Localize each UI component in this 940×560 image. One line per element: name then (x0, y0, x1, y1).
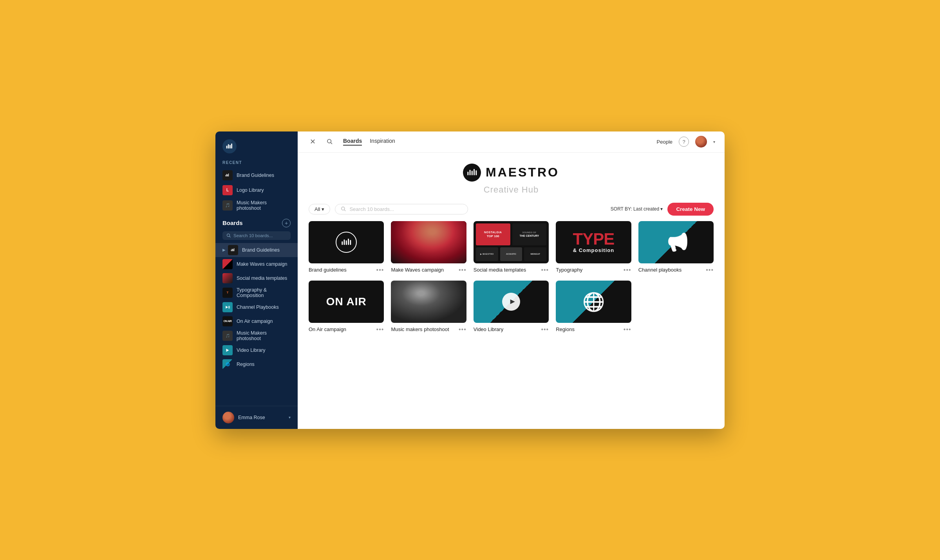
svg-rect-22 (472, 171, 473, 175)
sidebar-item-regions[interactable]: 🌐 Regions (215, 357, 298, 371)
board-card-brand[interactable]: Brand guidelines ••• (309, 221, 384, 274)
board-card-channel[interactable]: 📢 Channel playbooks ••• (638, 221, 714, 274)
sidebar-logo (215, 139, 298, 160)
sidebar-item-typography[interactable]: T Typography & Composition (215, 285, 298, 300)
help-button[interactable]: ? (679, 137, 689, 147)
recent-label: RECENT (215, 160, 298, 168)
filter-search-input[interactable]: Search 10 boards... (335, 204, 468, 214)
board-thumb-music (391, 281, 466, 323)
board-thumb-regions: 🌐 (556, 281, 631, 323)
board-card-social[interactable]: NOSTALGIA TOP 100 SOUNDS OF THE CENTURY … (474, 221, 549, 274)
board-name-type: Typography (556, 267, 582, 273)
board-menu-social[interactable]: ••• (541, 266, 549, 274)
recent-thumb-brand (222, 170, 233, 180)
sidebar-item-brand-guidelines[interactable]: ▶ Brand Guidelines (215, 243, 298, 257)
sidebar-search[interactable]: Search 10 boards... (222, 231, 291, 240)
board-card-music[interactable]: Music makers photoshoot ••• (391, 281, 466, 333)
svg-rect-15 (228, 306, 229, 308)
board-menu-music[interactable]: ••• (459, 326, 466, 333)
create-new-button[interactable]: Create New (667, 203, 714, 216)
sort-value: Last created (633, 206, 659, 212)
recent-item-brand[interactable]: Brand Guidelines (215, 168, 298, 183)
sort-chevron[interactable]: ▾ (660, 206, 663, 212)
sort-label: SORT BY: Last created ▾ (611, 206, 663, 212)
board-menu-channel[interactable]: ••• (706, 266, 714, 274)
nav-thumb-social (222, 273, 233, 283)
svg-rect-4 (226, 175, 226, 176)
board-footer-onair: On Air campaign ••• (309, 326, 384, 333)
close-button[interactable]: ✕ (307, 136, 318, 147)
svg-rect-12 (233, 249, 233, 251)
sidebar-item-social-label: Social media templates (237, 275, 287, 281)
nav-thumb-onair: ON AIR (222, 316, 233, 326)
hub-logo-text: MAESTRO (486, 165, 559, 180)
board-menu-type[interactable]: ••• (624, 266, 631, 274)
svg-rect-10 (231, 249, 231, 251)
sidebar-item-social-media[interactable]: Social media templates (215, 271, 298, 285)
board-menu-onair[interactable]: ••• (376, 326, 384, 333)
sidebar: RECENT Brand Guidelines L Logo Library 🎵… (215, 131, 298, 429)
sidebar-item-video[interactable]: Video Library (215, 343, 298, 357)
topbar-search-button[interactable] (324, 136, 335, 147)
filter-all-chevron: ▾ (322, 206, 324, 212)
onair-text: ON AIR (326, 295, 367, 308)
sidebar-footer[interactable]: Emma Rose ▾ (215, 406, 298, 429)
sidebar-item-channel-label: Channel Playbooks (237, 304, 279, 310)
board-footer-music: Music makers photoshoot ••• (391, 326, 466, 333)
people-button[interactable]: People (657, 139, 672, 145)
svg-point-18 (327, 139, 331, 143)
board-name-social: Social media templates (474, 267, 526, 273)
filter-all-button[interactable]: All ▾ (309, 204, 330, 214)
user-name-sidebar: Emma Rose (238, 415, 285, 420)
sidebar-item-music-makers[interactable]: 🎵 Music Makers photoshoot (215, 328, 298, 343)
svg-marker-14 (226, 306, 228, 308)
topbar: ✕ Boards Inspiration People ? ▾ (298, 131, 725, 153)
board-card-waves[interactable]: Make Waves campaign ••• (391, 221, 466, 274)
recent-thumb-logo: L (222, 185, 233, 195)
board-card-regions[interactable]: 🌐 Regions ••• (556, 281, 631, 333)
recent-item-logo[interactable]: L Logo Library (215, 183, 298, 198)
board-menu-brand[interactable]: ••• (376, 266, 384, 274)
svg-rect-2 (230, 145, 231, 148)
sidebar-item-make-waves[interactable]: Make Waves campaign (215, 257, 298, 271)
svg-rect-6 (227, 174, 228, 176)
recent-item-music[interactable]: 🎵 Music Makers photoshoot (215, 198, 298, 213)
nav-thumb-waves (222, 259, 233, 269)
svg-rect-13 (234, 248, 234, 251)
board-thumb-video (474, 281, 549, 323)
board-name-onair: On Air campaign (309, 326, 346, 332)
recent-thumb-music: 🎵 (222, 200, 233, 211)
sidebar-item-music-label: Music Makers photoshoot (237, 330, 291, 341)
sidebar-item-channel[interactable]: Channel Playbooks (215, 300, 298, 314)
type-small-text: & Composition (573, 247, 614, 253)
avatar-chevron[interactable]: ▾ (713, 140, 715, 144)
svg-line-19 (331, 142, 332, 144)
svg-rect-1 (228, 144, 229, 148)
board-menu-waves[interactable]: ••• (459, 266, 466, 274)
board-footer-type: Typography ••• (556, 266, 631, 274)
main-content: ✕ Boards Inspiration People ? ▾ MAESTRO (298, 131, 725, 429)
svg-rect-11 (232, 248, 232, 251)
user-avatar-topbar[interactable] (695, 136, 707, 148)
board-menu-regions[interactable]: ••• (624, 326, 631, 333)
sidebar-item-onair[interactable]: ON AIR On Air campaign (215, 314, 298, 328)
board-card-typography[interactable]: TYPE & Composition Typography ••• (556, 221, 631, 274)
nav-thumb-channel (222, 302, 233, 312)
board-name-regions: Regions (556, 326, 575, 332)
board-thumb-brand (309, 221, 384, 263)
tab-inspiration[interactable]: Inspiration (370, 138, 395, 146)
hub-logo: MAESTRO (298, 164, 725, 182)
tab-boards[interactable]: Boards (343, 138, 362, 146)
board-menu-video[interactable]: ••• (541, 326, 549, 333)
board-card-onair[interactable]: ON AIR On Air campaign ••• (309, 281, 384, 333)
svg-rect-21 (470, 170, 471, 175)
hub-subtitle: Creative Hub (298, 185, 725, 195)
boards-add-button[interactable]: + (282, 219, 291, 227)
sidebar-item-type-label: Typography & Composition (237, 287, 291, 298)
filter-search-placeholder: Search 10 boards... (349, 206, 394, 212)
boards-header-label: Boards (222, 220, 243, 226)
topbar-nav: Boards Inspiration (343, 138, 395, 146)
svg-line-26 (344, 210, 345, 211)
board-card-video[interactable]: Video Library ••• (474, 281, 549, 333)
board-name-waves: Make Waves campaign (391, 267, 444, 273)
